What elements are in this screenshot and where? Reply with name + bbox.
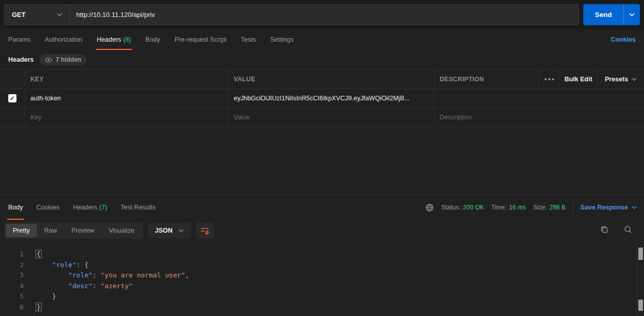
code-token (36, 282, 68, 290)
cookies-link[interactable]: Cookies (611, 29, 636, 50)
code-token: } (52, 292, 56, 300)
header-description-cell[interactable] (434, 89, 644, 108)
hidden-headers-toggle[interactable]: 7 hidden (40, 54, 86, 65)
status-value: 200 OK (463, 204, 484, 211)
wrap-text-button[interactable] (196, 222, 214, 239)
new-key-input[interactable]: Key (25, 108, 228, 127)
method-dropdown[interactable]: GET (5, 5, 70, 25)
size-indicator: Size: 298 B (533, 204, 566, 211)
format-dropdown[interactable]: JSON (148, 223, 190, 238)
code-token (36, 261, 52, 269)
send-button[interactable]: Send (583, 4, 623, 25)
code-token: : (93, 271, 101, 279)
code-token (36, 292, 52, 300)
response-tab-cookies[interactable]: Cookies (37, 195, 60, 220)
request-bar: GET http://10.10.11.120/api/priv Send (0, 0, 644, 29)
headers-section-header: Headers 7 hidden (8, 50, 86, 69)
globe-icon[interactable] (425, 203, 434, 212)
tab-tests[interactable]: Tests (241, 29, 256, 50)
column-value: VALUE (228, 70, 434, 89)
send-options-button[interactable] (623, 4, 640, 25)
request-tabs: Params Authorization Headers (8) Body Pr… (0, 29, 644, 50)
response-body-editor[interactable]: 1{2 "role": {3 "role": "you are normal u… (0, 247, 637, 316)
chevron-down-icon (179, 229, 184, 232)
tab-label: Params (8, 36, 30, 43)
headers-table-header: KEY VALUE DESCRIPTION Bulk Edit Presets (0, 70, 644, 89)
presets-dropdown[interactable]: Presets (597, 70, 644, 89)
code-token: "role" (52, 261, 76, 269)
view-mode-raw[interactable]: Raw (37, 224, 64, 237)
scrollbar-thumb[interactable] (638, 300, 643, 311)
tab-label: Authorization (45, 36, 82, 43)
copy-icon[interactable] (600, 225, 609, 234)
tab-params[interactable]: Params (8, 29, 30, 50)
tab-label: Test Results (120, 204, 155, 211)
hidden-headers-label: 7 hidden (56, 56, 81, 63)
response-tab-headers[interactable]: Headers (7) (73, 195, 108, 220)
code-line: 5 } (0, 291, 637, 302)
code-token (36, 271, 68, 279)
new-description-input[interactable]: Description (434, 108, 644, 127)
tab-label: Headers (73, 204, 97, 211)
indent-guide (34, 311, 34, 316)
status-label: Status: (441, 204, 460, 211)
header-value-cell[interactable]: eyJhbGciOiJIUzI1NiIsInR5cCI6IkpXVCJ9.eyJ… (228, 89, 434, 108)
more-actions-button[interactable] (538, 70, 559, 89)
scrollbar-track[interactable] (637, 242, 644, 316)
tab-label: Cookies (37, 204, 60, 211)
time-label: Time: (491, 204, 507, 211)
view-mode-visualize[interactable]: Visualize (101, 224, 142, 237)
chevron-down-icon (632, 206, 637, 209)
tab-label: Body (146, 36, 161, 43)
save-response-label: Save Response (581, 204, 628, 211)
row-checkbox[interactable]: ✓ (8, 94, 16, 102)
response-section: Body Cookies Headers (7) Test Results St… (0, 195, 644, 316)
response-tabs: Body Cookies Headers (7) Test Results (0, 195, 155, 220)
code-token: "desc" (68, 282, 93, 290)
line-number: 1 (0, 249, 24, 260)
send-button-group: Send (583, 4, 640, 25)
bulk-edit-button[interactable]: Bulk Edit (559, 70, 597, 89)
view-mode-segmented-control: Pretty Raw Preview Visualize (4, 222, 143, 239)
tab-settings[interactable]: Settings (270, 29, 293, 50)
response-tab-body[interactable]: Body (8, 195, 23, 220)
chevron-down-icon (632, 78, 637, 81)
tab-authorization[interactable]: Authorization (45, 29, 82, 50)
row-checkbox-cell (0, 108, 25, 127)
code-token: : (76, 261, 84, 269)
time-indicator: Time: 16 ms (491, 204, 526, 211)
save-response-button[interactable]: Save Response (581, 204, 637, 211)
url-container: GET http://10.10.11.120/api/priv (4, 4, 579, 25)
new-value-input[interactable]: Value (228, 108, 434, 127)
line-number: 6 (0, 302, 24, 313)
code-token: "you are normal user" (100, 271, 185, 279)
response-actions (600, 225, 633, 234)
tab-label: Settings (270, 36, 293, 43)
scrollbar-thumb[interactable] (638, 248, 643, 260)
code-token: "role" (68, 271, 93, 279)
format-label: JSON (155, 227, 172, 234)
time-value: 16 ms (509, 204, 526, 211)
view-mode-pretty[interactable]: Pretty (6, 224, 37, 237)
code-token: "azerty" (100, 282, 133, 290)
row-checkbox-cell: ✓ (0, 89, 25, 108)
header-row-auth-token: ✓ auth-token eyJhbGciOiJIUzI1NiIsInR5cCI… (0, 89, 644, 108)
tab-label: Tests (241, 36, 256, 43)
tab-headers[interactable]: Headers (8) (97, 29, 131, 50)
size-label: Size: (533, 204, 547, 211)
presets-label: Presets (605, 76, 628, 83)
code-line: 6} (0, 302, 637, 313)
code-lines: 1{2 "role": {3 "role": "you are normal u… (0, 249, 637, 312)
view-mode-preview[interactable]: Preview (64, 224, 101, 237)
tab-body[interactable]: Body (146, 29, 161, 50)
url-input[interactable]: http://10.10.11.120/api/priv (70, 5, 579, 25)
tab-label: Body (8, 204, 23, 211)
response-tab-test-results[interactable]: Test Results (120, 195, 155, 220)
line-number: 3 (0, 270, 24, 281)
header-key-cell[interactable]: auth-token (25, 89, 228, 108)
check-icon: ✓ (10, 95, 15, 101)
eye-icon (45, 57, 53, 63)
tab-pre-request-script[interactable]: Pre-request Script (175, 29, 227, 50)
search-icon[interactable] (623, 225, 633, 234)
code-line: 2 "role": { (0, 260, 637, 271)
